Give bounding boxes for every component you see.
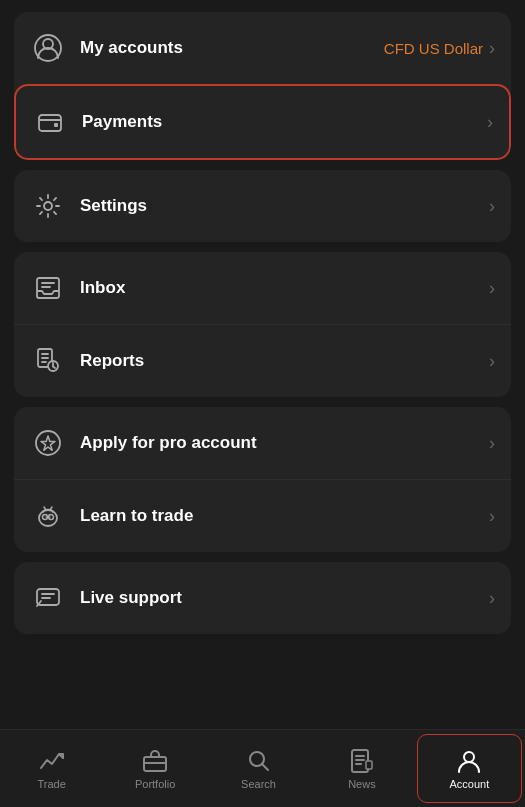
account-label: Account — [449, 778, 489, 790]
main-content: My accounts CFD US Dollar › Payments › S… — [0, 0, 525, 729]
reports-icon — [30, 343, 66, 379]
settings-label: Settings — [80, 196, 489, 216]
bottom-nav: Trade Portfolio Search — [0, 729, 525, 807]
nav-portfolio[interactable]: Portfolio — [103, 730, 206, 807]
pro-icon — [30, 425, 66, 461]
search-icon — [246, 748, 272, 774]
payments-label: Payments — [82, 112, 487, 132]
learn-trade-item[interactable]: Learn to trade › — [14, 480, 511, 552]
search-label: Search — [241, 778, 276, 790]
chevron-icon: › — [489, 351, 495, 372]
chevron-icon: › — [489, 38, 495, 59]
settings-icon — [30, 188, 66, 224]
settings-item[interactable]: Settings › — [14, 170, 511, 242]
inbox-icon — [30, 270, 66, 306]
chevron-icon: › — [489, 506, 495, 527]
trade-label: Trade — [38, 778, 66, 790]
chevron-icon: › — [489, 433, 495, 454]
inbox-item[interactable]: Inbox › — [14, 252, 511, 325]
nav-search[interactable]: Search — [207, 730, 310, 807]
learn-trade-label: Learn to trade — [80, 506, 489, 526]
reports-item[interactable]: Reports › — [14, 325, 511, 397]
portfolio-icon — [142, 748, 168, 774]
settings-group: Settings › — [14, 170, 511, 242]
account-icon — [456, 748, 482, 774]
payments-item[interactable]: Payments › — [14, 84, 511, 160]
pro-learn-group: Apply for pro account › Learn to trade › — [14, 407, 511, 552]
news-icon — [349, 748, 375, 774]
live-support-item[interactable]: Live support › — [14, 562, 511, 634]
svg-point-22 — [464, 752, 474, 762]
apply-pro-item[interactable]: Apply for pro account › — [14, 407, 511, 480]
chevron-icon: › — [489, 196, 495, 217]
chevron-icon: › — [489, 588, 495, 609]
inbox-reports-group: Inbox › Reports › — [14, 252, 511, 397]
apply-pro-label: Apply for pro account — [80, 433, 489, 453]
support-group: Live support › — [14, 562, 511, 634]
live-support-label: Live support — [80, 588, 489, 608]
cfd-info: CFD US Dollar — [384, 40, 483, 57]
inbox-label: Inbox — [80, 278, 489, 298]
payments-icon — [32, 104, 68, 140]
portfolio-label: Portfolio — [135, 778, 175, 790]
trade-icon — [39, 748, 65, 774]
news-label: News — [348, 778, 376, 790]
nav-account[interactable]: Account — [417, 734, 522, 803]
my-accounts-label: My accounts — [80, 38, 384, 58]
reports-label: Reports — [80, 351, 489, 371]
nav-trade[interactable]: Trade — [0, 730, 103, 807]
my-accounts-item[interactable]: My accounts CFD US Dollar › — [14, 12, 511, 84]
learn-icon — [30, 498, 66, 534]
accounts-payments-group: My accounts CFD US Dollar › Payments › — [14, 12, 511, 160]
chevron-icon: › — [487, 112, 493, 133]
accounts-icon — [30, 30, 66, 66]
svg-rect-21 — [366, 761, 372, 769]
chevron-icon: › — [489, 278, 495, 299]
nav-news[interactable]: News — [310, 730, 413, 807]
support-icon — [30, 580, 66, 616]
